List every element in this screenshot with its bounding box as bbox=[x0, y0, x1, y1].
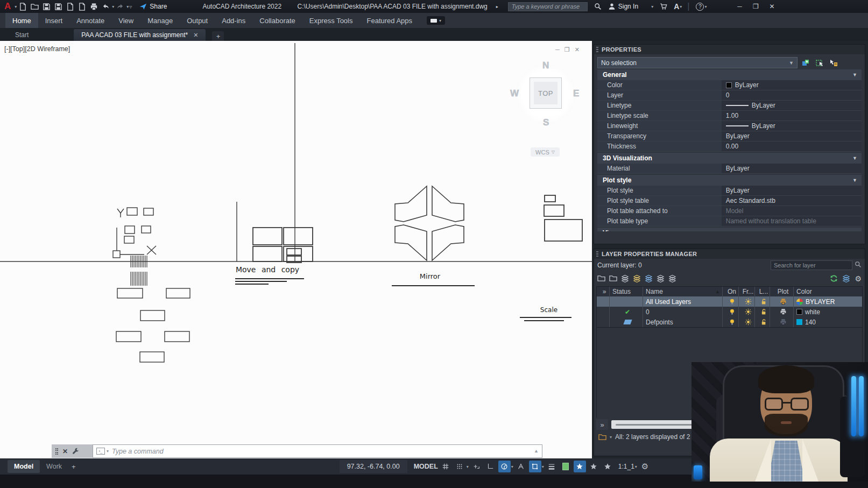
annotation-scale-icon[interactable] bbox=[602, 461, 614, 472]
ribbon-tab-home[interactable]: Home bbox=[5, 13, 38, 28]
model-space-indicator[interactable]: MODEL bbox=[414, 463, 438, 470]
toggle-override-highlight-icon[interactable] bbox=[842, 274, 850, 282]
ribbon-tab-annotate[interactable]: Annotate bbox=[69, 13, 111, 28]
file-tab-drawing[interactable]: PAA ACAD 03 FILE with assignment* ✕ bbox=[74, 29, 206, 41]
plot-icon[interactable] bbox=[88, 1, 100, 12]
new-group-filter-icon[interactable] bbox=[609, 274, 617, 282]
toggle-pickadd-button[interactable] bbox=[800, 57, 811, 68]
object-snap-icon[interactable] bbox=[529, 461, 541, 472]
wcs-menu[interactable]: WCS ▽ bbox=[531, 147, 560, 157]
refresh-icon[interactable] bbox=[830, 274, 838, 282]
save-icon[interactable] bbox=[40, 1, 52, 12]
property-row-thickness[interactable]: Thickness 0.00 bbox=[597, 142, 862, 152]
ortho-mode-icon[interactable] bbox=[484, 461, 497, 472]
keyword-search-input[interactable] bbox=[508, 2, 588, 11]
drawing-canvas[interactable]: Move and copy Mirror Scale [-][Top][2D W… bbox=[0, 41, 592, 458]
section-collapse-icon[interactable]: ▼ bbox=[852, 155, 857, 161]
layer-unlock-icon[interactable] bbox=[760, 298, 767, 305]
viewcube-east[interactable]: E bbox=[573, 88, 579, 99]
layer-search-icon[interactable] bbox=[855, 260, 862, 270]
layer-row-0[interactable]: ✔ 0 white bbox=[597, 307, 862, 317]
layer-unlock-icon[interactable] bbox=[760, 308, 767, 315]
property-row-plot-style-table[interactable]: Plot style table Aec Standard.stb bbox=[597, 196, 862, 206]
snap-dropdown-icon[interactable]: ▾ bbox=[467, 464, 469, 469]
scale-dropdown-icon[interactable]: ▾ bbox=[635, 464, 637, 469]
selection-type-dropdown[interactable]: No selection ▼ bbox=[597, 57, 798, 68]
col-name[interactable]: Name▲ bbox=[643, 287, 723, 296]
transparency-icon[interactable] bbox=[560, 461, 572, 472]
file-tab-start[interactable]: Start bbox=[8, 29, 36, 41]
ribbon-tab-output[interactable]: Output bbox=[180, 13, 215, 28]
new-file-icon[interactable] bbox=[17, 1, 29, 12]
command-input[interactable] bbox=[112, 448, 539, 455]
layer-on-bulb-icon[interactable] bbox=[729, 308, 736, 315]
layer-color-cell[interactable]: white bbox=[794, 307, 862, 317]
minimize-button[interactable]: ─ bbox=[731, 1, 747, 12]
annotation-visibility-icon[interactable] bbox=[574, 461, 586, 472]
collapse-filters-button[interactable]: » bbox=[596, 419, 608, 430]
layer-settings-gear-icon[interactable]: ⚙ bbox=[855, 274, 862, 283]
save-as-icon[interactable] bbox=[52, 1, 64, 12]
new-layer-icon[interactable] bbox=[633, 274, 641, 282]
select-objects-button[interactable] bbox=[814, 57, 825, 68]
open-from-mobile-icon[interactable] bbox=[76, 1, 88, 12]
ribbon-tab-addins[interactable]: Add-ins bbox=[215, 13, 252, 28]
layer-no-plot-icon[interactable] bbox=[780, 319, 787, 326]
signin-dropdown-icon[interactable]: ▾ bbox=[651, 4, 653, 9]
properties-header[interactable]: PROPERTIES bbox=[594, 45, 865, 54]
app-store-cart-icon[interactable] bbox=[660, 3, 667, 10]
property-row-linetype-scale[interactable]: Linetype scale 1.00 bbox=[597, 111, 862, 121]
snap-mode-icon[interactable] bbox=[454, 461, 466, 472]
new-layer-vp-frozen-icon[interactable] bbox=[645, 274, 653, 282]
ribbon-tab-express-tools[interactable]: Express Tools bbox=[302, 13, 360, 28]
infer-constraints-icon[interactable] bbox=[470, 461, 483, 472]
polar-tracking-icon[interactable] bbox=[498, 461, 511, 472]
layer-freeze-sun-icon[interactable] bbox=[745, 298, 752, 305]
file-tab-close-icon[interactable]: ✕ bbox=[193, 32, 198, 39]
ribbon-tab-collaborate[interactable]: Collaborate bbox=[252, 13, 302, 28]
doc-close-icon[interactable]: ✕ bbox=[575, 46, 580, 53]
section-collapse-icon[interactable]: ▼ bbox=[852, 72, 857, 77]
sign-in-label[interactable]: Sign In bbox=[618, 3, 638, 10]
property-row-plot-table-type[interactable]: Plot table type Named without translatio… bbox=[597, 216, 862, 227]
redo-button[interactable] bbox=[114, 1, 126, 12]
viewcube-south[interactable]: S bbox=[543, 117, 549, 128]
col-lock[interactable]: L... bbox=[755, 287, 770, 296]
col-status[interactable]: Status bbox=[610, 287, 643, 296]
new-property-filter-icon[interactable] bbox=[597, 274, 605, 282]
property-row-material[interactable]: Material ByLayer bbox=[597, 164, 862, 174]
open-file-icon[interactable] bbox=[29, 1, 40, 12]
command-close-icon[interactable]: ✕ bbox=[62, 448, 68, 455]
property-row-color[interactable]: Color ByLayer bbox=[597, 80, 862, 90]
command-history-toggle-icon[interactable]: ▲ bbox=[534, 448, 539, 454]
layer-freeze-sun-icon[interactable] bbox=[745, 308, 752, 315]
palette-grip-icon[interactable] bbox=[596, 47, 598, 52]
layer-row-defpoints[interactable]: Defpoints 140 bbox=[597, 317, 862, 327]
filter-folder-icon[interactable] bbox=[598, 433, 606, 441]
undo-button[interactable] bbox=[100, 1, 111, 12]
move-copy-window[interactable] bbox=[253, 228, 313, 263]
save-to-mobile-icon[interactable] bbox=[64, 1, 76, 12]
palette-grip-icon[interactable] bbox=[596, 251, 598, 257]
delete-layer-icon[interactable] bbox=[657, 274, 665, 282]
col-freeze[interactable]: Fr... bbox=[739, 287, 755, 296]
layer-freeze-sun-icon[interactable] bbox=[745, 319, 752, 326]
help-icon[interactable]: ? bbox=[696, 3, 704, 11]
layer-row-all-used[interactable]: All Used Layers BYLAYER bbox=[597, 296, 862, 307]
restore-button[interactable]: ❐ bbox=[747, 1, 764, 12]
viewcube-north[interactable]: N bbox=[542, 60, 549, 71]
isometric-drafting-icon[interactable] bbox=[515, 461, 527, 472]
close-button[interactable]: ✕ bbox=[764, 1, 780, 12]
doc-restore-icon[interactable]: ❐ bbox=[564, 46, 570, 53]
property-row-plot-table-attached[interactable]: Plot table attached to Model bbox=[597, 206, 862, 216]
model-tab[interactable]: Model bbox=[8, 460, 40, 473]
grid-display-icon[interactable] bbox=[440, 461, 452, 472]
grid-rectangles-sketch[interactable] bbox=[113, 208, 156, 258]
layer-states-manager-icon[interactable] bbox=[621, 274, 629, 282]
search-expand-icon[interactable]: ▸ bbox=[496, 4, 498, 9]
redo-dropdown-icon[interactable]: ▾ bbox=[126, 4, 129, 9]
staggered-rectangles[interactable] bbox=[116, 288, 190, 362]
autoscale-annotations-icon[interactable] bbox=[588, 461, 600, 472]
ribbon-display-toggle[interactable]: ▾ bbox=[427, 16, 445, 25]
viewcube-top-face[interactable]: TOP bbox=[530, 77, 562, 109]
